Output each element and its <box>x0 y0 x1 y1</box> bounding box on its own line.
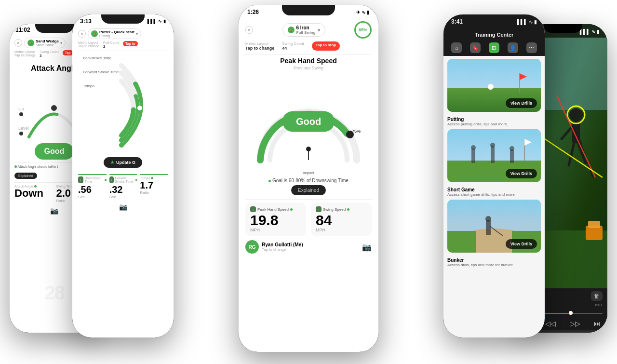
arrow-down-icon1: ↓ <box>78 176 83 183</box>
phone2-club-pill[interactable]: 🏌 Putter - Quick Start Putting ▾ <box>88 28 141 39</box>
phone2-club-label: Putter - Quick Start <box>99 30 134 34</box>
drill-bunker-label: Bunker Access drills, tips and more for … <box>443 256 545 267</box>
arrow-down-icon2: ↓ <box>109 176 114 183</box>
phone3-peak-speed-card: ↓ Peak Hand Speed 19.8 MPH <box>245 202 306 236</box>
phone5-fast-forward-btn[interactable]: ⏭ <box>594 320 601 327</box>
training-icon-person[interactable]: 👤 <box>508 42 518 53</box>
phone4-status-icons: ▌▌▌ ∿ ▮ <box>517 19 537 25</box>
phone3-impact-label: Impact <box>245 171 372 175</box>
bunker-title: Bunker <box>447 257 541 263</box>
phone2-camera-icon[interactable]: 📷 <box>78 203 168 211</box>
phone5-delete-btn[interactable]: 🗑 <box>591 291 603 301</box>
phone1-notch <box>35 24 74 33</box>
phone3-wrapper: 1:26 ✈ ∿ ▮ × 🏌 6 Iron <box>239 5 378 352</box>
phone4-time: 3:41 <box>451 18 463 25</box>
phone3-swing-count-col: Swing Count 44 <box>282 41 304 51</box>
svg-rect-46 <box>588 221 600 228</box>
phone2-club-name: Putter - Quick Start Putting <box>99 30 134 38</box>
phone1-explained-btn[interactable]: Explained <box>14 173 37 179</box>
club-icon: 🏌 <box>27 40 34 46</box>
phone3-camera-icon[interactable]: 📷 <box>362 243 372 252</box>
phone2-metric-layout: Metric Layout Tap to change <box>78 41 99 48</box>
phone3-club-pill[interactable]: 🏌 6 Iron Full Swing ▾ <box>282 23 325 37</box>
short-view-drills-btn[interactable]: View Drills <box>506 169 537 178</box>
phone1-close-btn[interactable]: × <box>14 39 22 47</box>
goal-green-dot <box>268 180 271 182</box>
stat1-dot <box>105 179 107 181</box>
phone1-club-sub: Short Game <box>36 43 59 47</box>
training-icon-more[interactable]: ⋯ <box>526 42 537 53</box>
phone2-club-sub: Putting <box>99 34 134 38</box>
svg-rect-25 <box>447 200 541 233</box>
phone2-stat3: Tempo 1.7 Ratio <box>140 174 168 199</box>
bunker-desc: Access drills, tips and more for bunker.… <box>447 263 541 267</box>
phone2-close-btn[interactable]: × <box>78 30 86 38</box>
phone1-club-label: Sand Wedge <box>36 39 59 43</box>
putting-title: Putting <box>447 117 541 122</box>
svg-point-3 <box>19 132 23 135</box>
phone3-swing-value: 84 <box>316 213 367 228</box>
phones-container: 11:02 ▌▌▌ ∿ ▮ × 🏌 Sand Wedge <box>0 0 617 364</box>
phone3-user-tap[interactable]: Tap to change <box>262 247 303 252</box>
svg-point-5 <box>137 105 143 111</box>
phone1-swing-count: Swing Count 3 <box>40 50 59 58</box>
drill-putting-overlay: View Drills <box>506 98 537 108</box>
phone1-metric1-value: Down <box>14 188 53 199</box>
phone3-time: 1:26 <box>247 9 259 15</box>
battery-icon5: ▮ <box>597 29 600 34</box>
club-icon2: 🏌 <box>91 30 98 37</box>
phone1-session-btn[interactable]: Tap <box>63 50 73 55</box>
phone3-explained-btn[interactable]: Explained <box>291 185 326 195</box>
drill-card-short: View Drills <box>447 129 541 182</box>
phone2-session-btn[interactable]: Tap to <box>123 41 137 46</box>
stat2-dot <box>135 179 137 181</box>
training-icon-bookmark[interactable]: 🔖 <box>470 42 481 53</box>
phone3-swing-speed-card: ↑ Swing Speed 84 MPH <box>311 202 372 236</box>
training-icon-home[interactable]: ⌂ <box>451 42 462 53</box>
phone5-notch <box>544 24 582 33</box>
svg-text:Up: Up <box>18 107 24 111</box>
phone3-user-row: RG Ryan Gullotti (Me) Tap to change 📷 <box>245 236 372 256</box>
bunker-view-drills-btn[interactable]: View Drills <box>506 239 537 249</box>
backstroke-label: Backstroke Time <box>83 56 119 60</box>
training-icon-grid[interactable]: ⊞ <box>489 42 499 53</box>
svg-point-20 <box>490 143 495 148</box>
timeline-thumb[interactable] <box>569 311 573 315</box>
phone2-arcs: Backstroke Time Forward Stroke Time Temp… <box>78 56 168 152</box>
phone2-putt-count: Putt Count 2 <box>103 41 119 49</box>
svg-point-12 <box>488 84 494 90</box>
peak-speed-arrow-down: ↓ <box>250 206 256 212</box>
phone5-rewind-btn[interactable]: ◁◁ <box>545 320 556 327</box>
phone3-close-btn[interactable]: × <box>245 26 253 34</box>
svg-rect-27 <box>447 231 476 253</box>
peak-dot <box>290 208 293 211</box>
short-desc: Access short game drills, tips and more. <box>447 192 541 197</box>
phone3-speed-gauge: 75% Good <box>245 73 372 170</box>
star-icon: ★ <box>110 160 114 165</box>
phone5-forward-btn[interactable]: ▷▷ <box>570 320 580 327</box>
phone1-club-pill[interactable]: 🏌 Sand Wedge Short Game ▾ <box>24 38 66 48</box>
phone2-metric-row: Metric Layout Tap to change Putt Count 2… <box>78 41 168 49</box>
phone3-frame: 1:26 ✈ ∿ ▮ × 🏌 6 Iron <box>239 5 378 352</box>
phone5-status-icons: ▌▌▌ ∿ ▮ <box>580 29 600 34</box>
phone2-notch <box>101 14 145 24</box>
phone3-session-stop-btn[interactable]: Tap to stop <box>312 41 340 51</box>
drill-putting-label: Putting Access putting drills, tips and … <box>443 115 545 126</box>
phone4-training-header: Training Center <box>443 28 545 40</box>
phone2-update-goal-btn[interactable]: ★ Update G <box>104 157 142 168</box>
signal-icon2: ▌▌▌ <box>148 19 157 24</box>
airplane-icon: ✈ <box>356 10 360 15</box>
drill-bunker-overlay: View Drills <box>506 239 537 249</box>
phone3-user-details: Ryan Gullotti (Me) Tap to change <box>262 242 303 252</box>
phone3-club-name: 6 Iron Full Swing <box>296 25 316 35</box>
phone3-metric-section: Metric Layout Tap to change Swing Count … <box>245 41 372 51</box>
phone3-notch <box>282 5 335 15</box>
putting-view-drills-btn[interactable]: View Drills <box>506 98 537 108</box>
signal-icon4: ▌▌▌ <box>517 19 527 25</box>
stat3-unit: Ratio <box>140 190 168 195</box>
battery-icon3: ▮ <box>367 10 370 15</box>
svg-text:75%: 75% <box>352 129 361 134</box>
chevron-icon2: ▾ <box>136 32 138 36</box>
phone2-content: × 🏌 Putter - Quick Start Putting ▾ <box>72 27 174 213</box>
svg-point-1 <box>19 112 23 116</box>
